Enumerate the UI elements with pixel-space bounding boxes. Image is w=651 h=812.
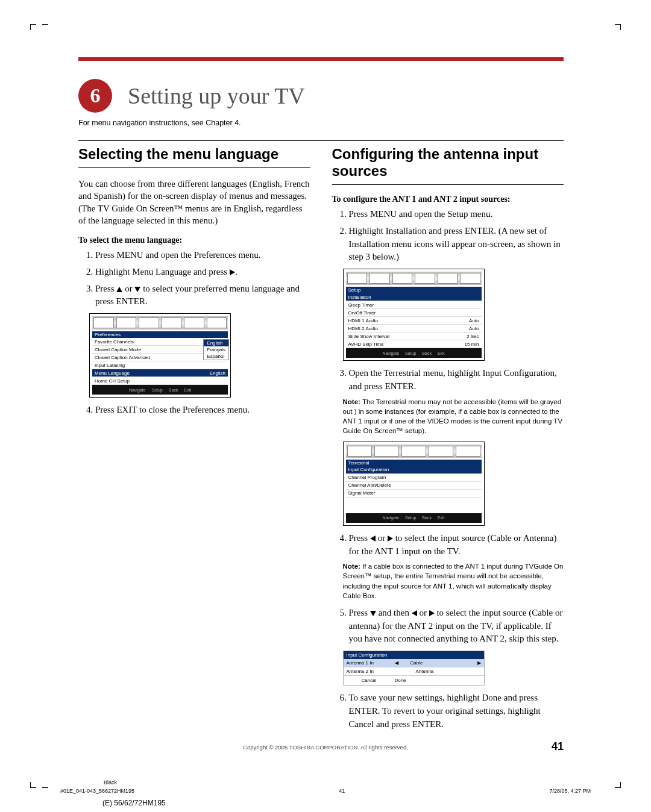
procedure-steps: Press MENU and open the Preferences menu… (95, 249, 310, 308)
menu-row: HDMI 1 AudioAuto (346, 317, 482, 325)
menu-rows: Installation Sleep Timer On/Off Timer HD… (346, 293, 482, 348)
menu-row: Home CH Setup (92, 377, 228, 385)
menu-icon-row (346, 445, 482, 458)
model-id: (E) 56/62/72HM195 (102, 799, 166, 807)
menu-tab-label: Terrestrial (346, 460, 482, 466)
menu-rows: Favorite Channels Closed Caption ModeOff… (92, 338, 228, 385)
procedure-steps-cont: Press EXIT to close the Preferences menu… (95, 404, 310, 417)
menu-row: Signal Meter (346, 490, 482, 498)
content-area: 6 Setting up your TV For menu navigation… (78, 57, 564, 734)
right-arrow-icon (388, 536, 393, 542)
crop-mark (615, 782, 621, 788)
crop-mark (30, 24, 36, 30)
color-plate-label: Black (104, 779, 117, 785)
menu-row: AVHD Skip Time15 min (346, 340, 482, 348)
dialog-header: Input Configuration (344, 651, 484, 659)
procedure-steps-cont: Open the Terrestrial menu, highlight Inp… (349, 367, 564, 393)
lang-option: Español (204, 353, 228, 360)
down-arrow-icon (134, 287, 140, 292)
menu-row-selected: Menu LanguageEnglish (92, 369, 228, 377)
done-button: Done (394, 678, 406, 683)
menu-row-selected: Input Configuration (346, 466, 482, 474)
note-label: Note: (343, 398, 360, 405)
procedure-steps-cont: Press and then or to select the input so… (349, 607, 564, 646)
step: Highlight Menu Language and press . (95, 266, 310, 279)
page-number: 41 (552, 740, 564, 753)
header-rule (78, 57, 564, 61)
manual-page: 6 Setting up your TV For menu navigation… (0, 0, 651, 812)
step: Highlight Installation and press ENTER. … (349, 225, 564, 264)
menu-icon-row (92, 316, 228, 329)
menu-footer: NavigateSetupBackExit (92, 385, 228, 395)
left-arrow-icon (412, 610, 417, 616)
input-row: Antenna 2 InAntenna (344, 667, 484, 676)
down-arrow-icon (370, 611, 376, 616)
print-timestamp: 7/28/05, 4:27 PM (549, 788, 591, 794)
divider (78, 140, 564, 141)
menu-row-selected: Installation (346, 293, 482, 301)
procedure-title: To configure the ANT 1 and ANT 2 input s… (332, 195, 564, 204)
procedure-steps-cont: Press or to select the input source (Cab… (349, 532, 564, 558)
menu-footer: NavigateSetupBackExit (346, 513, 482, 523)
step: Open the Terrestrial menu, highlight Inp… (349, 367, 564, 393)
note: Note: The Terrestrial menu may not be ac… (343, 397, 564, 436)
menu-tab-label: Preferences (92, 331, 228, 338)
step: Press EXIT to close the Preferences menu… (95, 404, 310, 417)
step: Press and then or to select the input so… (349, 607, 564, 646)
print-info-bar: #01E_041-043_566272HM195 41 7/28/05, 4:2… (60, 788, 591, 794)
menu-icon-row (346, 272, 482, 285)
language-popup: English Français Español (203, 339, 229, 360)
menu-row: HDMI 2 AudioAuto (346, 325, 482, 333)
crop-mark (42, 24, 48, 30)
crop-mark (42, 782, 48, 788)
menu-footer: NavigateSetupBackExit (346, 348, 482, 358)
cancel-button: Cancel (362, 678, 377, 683)
up-arrow-icon (116, 287, 122, 292)
menu-tab-label: Setup (346, 287, 482, 293)
lang-option: English (204, 340, 228, 346)
step: Press or to select your preferred menu l… (95, 283, 310, 309)
menu-row: Channel Program (346, 474, 482, 482)
procedure-steps: Press MENU and open the Setup menu. High… (349, 208, 564, 264)
note-label: Note: (343, 563, 360, 570)
step: Press MENU and open the Setup menu. (349, 208, 564, 221)
step: Press MENU and open the Preferences menu… (95, 249, 310, 262)
section-heading: Configuring the antenna input sources (332, 146, 564, 180)
divider (78, 167, 310, 168)
preferences-menu-screenshot: Preferences Favorite Channels Closed Cap… (89, 313, 231, 398)
menu-row: Input Labeling (92, 361, 228, 369)
right-arrow-icon (230, 269, 235, 275)
section-intro: You can choose from three different lang… (78, 178, 310, 226)
print-page: 41 (134, 788, 549, 794)
menu-rows: Input Configuration Channel Program Chan… (346, 466, 482, 498)
input-config-screenshot: Input Configuration Antenna 1 In◀Cable▶ … (343, 651, 485, 686)
intro-note: For menu navigation instructions, see Ch… (78, 119, 564, 127)
procedure-title: To select the menu language: (78, 236, 310, 245)
terrestrial-menu-screenshot: Terrestrial Input Configuration Channel … (343, 442, 485, 526)
left-arrow-icon (370, 536, 376, 542)
crop-mark (30, 782, 36, 788)
left-column: Selecting the menu language You can choo… (78, 146, 310, 734)
chapter-header: 6 Setting up your TV (78, 79, 564, 113)
chapter-number-badge: 6 (78, 79, 112, 113)
section-heading: Selecting the menu language (78, 146, 310, 163)
input-row-selected: Antenna 1 In◀Cable▶ (344, 659, 484, 667)
right-arrow-icon (429, 610, 435, 616)
crop-mark (615, 24, 621, 30)
menu-row: Slide Show Interval2 Sec (346, 333, 482, 340)
print-job-id: #01E_041-043_566272HM195 (60, 788, 134, 794)
menu-row: Sleep Timer (346, 301, 482, 309)
note: Note: If a cable box is connected to the… (343, 561, 564, 600)
two-column-layout: Selecting the menu language You can choo… (78, 146, 564, 734)
procedure-steps-cont: To save your new settings, highlight Don… (349, 692, 564, 731)
step: Press or to select the input source (Cab… (349, 532, 564, 558)
right-column: Configuring the antenna input sources To… (332, 146, 564, 734)
chapter-title: Setting up your TV (128, 83, 305, 109)
menu-row: On/Off Timer (346, 309, 482, 317)
menu-row: Channel Add/Delete (346, 482, 482, 490)
setup-menu-screenshot: Setup Installation Sleep Timer On/Off Ti… (343, 269, 485, 361)
step: To save your new settings, highlight Don… (349, 692, 564, 731)
lang-option: Français (204, 346, 228, 353)
dialog-buttons: Cancel Done (344, 676, 484, 685)
divider (332, 184, 564, 185)
